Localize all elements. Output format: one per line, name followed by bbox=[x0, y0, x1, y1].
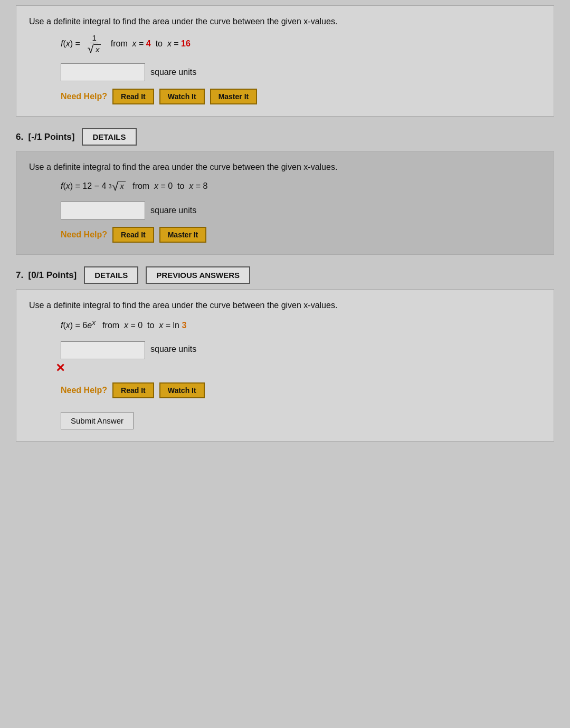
problem-6-function: f(x) = 12 − 4 3 √ x from x = 0 to x = 8 bbox=[61, 179, 541, 193]
problem-7-details-btn[interactable]: DETAILS bbox=[84, 266, 138, 284]
problem-7-error-icon: ✕ bbox=[55, 361, 65, 375]
problem-6-master-it-btn[interactable]: Master It bbox=[159, 227, 207, 243]
problem-7-block: Use a definite integral to find the area… bbox=[16, 289, 554, 442]
problem-6-need-help-label: Need Help? bbox=[61, 230, 107, 240]
problem-5-read-it-btn[interactable]: Read It bbox=[112, 89, 154, 104]
page: Use a definite integral to find the area… bbox=[0, 0, 570, 728]
problem-7-units: square units bbox=[150, 344, 196, 354]
problem-5-need-help-label: Need Help? bbox=[61, 92, 107, 101]
problem-5-answer-row: square units bbox=[61, 63, 541, 81]
problem-7-read-it-btn[interactable]: Read It bbox=[112, 382, 154, 398]
problem-7-function: f(x) = 6ex from x = 0 to x = ln 3 bbox=[61, 317, 541, 333]
problem-6-block: Use a definite integral to find the area… bbox=[16, 151, 554, 255]
sqrt-symbol: √ bbox=[88, 43, 94, 55]
problem-7-prev-answers-btn[interactable]: PREVIOUS ANSWERS bbox=[146, 266, 250, 284]
fraction-denominator: √ x bbox=[86, 43, 103, 55]
problem-6-answer-row: square units bbox=[61, 202, 541, 219]
problem-5-answer-input[interactable] bbox=[61, 63, 145, 81]
cbrt-radical: √ bbox=[112, 181, 118, 193]
problem-6-answer-input[interactable] bbox=[61, 202, 145, 219]
cbrt-index: 3 bbox=[109, 184, 112, 189]
problem-6-number: 6. [-/1 Points] bbox=[16, 132, 74, 142]
problem-5-need-help-row: Need Help? Read It Watch It Master It bbox=[61, 89, 541, 104]
cbrt-content: x bbox=[118, 181, 126, 190]
problem-7-answer-input[interactable] bbox=[61, 341, 145, 359]
problem-5-statement: Use a definite integral to find the area… bbox=[29, 15, 541, 28]
problem-6-units: square units bbox=[150, 206, 196, 215]
problem-7-number: 7. [0/1 Points] bbox=[16, 270, 77, 281]
problem-6-read-it-btn[interactable]: Read It bbox=[112, 227, 154, 243]
problem-7-need-help-row: Need Help? Read It Watch It bbox=[61, 382, 541, 398]
problem-6-header: 6. [-/1 Points] DETAILS bbox=[16, 119, 554, 151]
problem-7-answer-group: ✕ bbox=[61, 341, 145, 375]
problem-7-answer-row: ✕ square units bbox=[61, 341, 541, 375]
problem-7-statement: Use a definite integral to find the area… bbox=[29, 299, 541, 312]
problem-5-units: square units bbox=[150, 68, 196, 77]
problem-6-details-btn[interactable]: DETAILS bbox=[82, 128, 136, 146]
problem-7-header: 7. [0/1 Points] DETAILS PREVIOUS ANSWERS bbox=[16, 257, 554, 289]
problem-5-block: Use a definite integral to find the area… bbox=[16, 5, 554, 117]
sqrt-content: x bbox=[94, 44, 101, 54]
problem-7-need-help-label: Need Help? bbox=[61, 386, 107, 395]
problem-6-need-help-row: Need Help? Read It Master It bbox=[61, 227, 541, 243]
problem-6-statement: Use a definite integral to find the area… bbox=[29, 161, 541, 174]
problem-7-submit-row: Submit Answer bbox=[29, 407, 541, 429]
problem-7-submit-btn[interactable]: Submit Answer bbox=[61, 412, 134, 429]
problem-5-function: f(x) = 1 √ x from x = 4 to x = 16 bbox=[61, 33, 541, 55]
problem-7-watch-it-btn[interactable]: Watch It bbox=[159, 382, 205, 398]
problem-5-watch-it-btn[interactable]: Watch It bbox=[159, 89, 205, 104]
problem-5-master-it-btn[interactable]: Master It bbox=[210, 89, 258, 104]
